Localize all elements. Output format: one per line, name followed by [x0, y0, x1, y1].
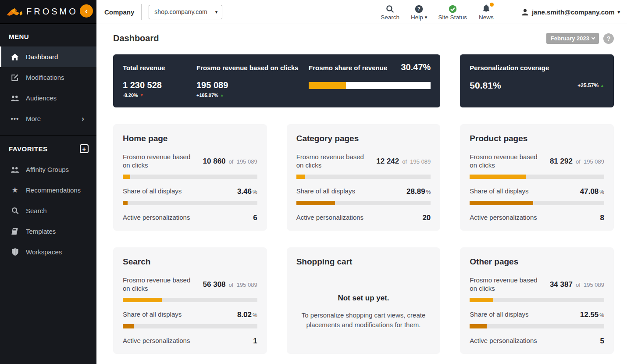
bell-icon	[482, 4, 491, 13]
share-bar	[296, 201, 431, 205]
revenue-bar-fill	[470, 298, 493, 302]
revenue-value: 10 860	[203, 157, 226, 166]
sidebar-item-label: Affinity Groups	[26, 166, 69, 173]
chevron-right-icon: ›	[82, 114, 84, 123]
sidebar-item-modifications[interactable]: Modifications	[0, 67, 96, 88]
frosmo-revenue-value: 195 089	[196, 80, 309, 90]
coverage-label: Personalization coverage	[470, 64, 604, 71]
page-type-card-search: Search Frosmo revenue based on clicks 56…	[113, 247, 267, 354]
topbar-news-button[interactable]: News	[477, 4, 496, 21]
active-metric-label: Active personalizations	[470, 214, 545, 222]
sidebar-item-templates[interactable]: Templates	[0, 221, 96, 242]
active-metric-label: Active personalizations	[123, 337, 198, 345]
revenue-bar-fill	[470, 175, 526, 179]
coverage-change: +25.57%	[577, 82, 598, 89]
share-value: 8.02	[237, 310, 252, 319]
sidebar-item-label: Dashboard	[26, 53, 58, 61]
coverage-value: 50.81%	[470, 80, 501, 91]
share-value: 28.89	[406, 187, 425, 196]
share-value: 47.08	[580, 187, 599, 196]
check-circle-icon	[449, 4, 457, 13]
personalization-coverage-card: Personalization coverage 50.81% +25.57% …	[460, 54, 614, 107]
caret-down-icon: ▾	[617, 9, 620, 15]
revenue-metric-label: Frosmo revenue based on clicks	[470, 276, 545, 293]
sidebar-collapse-button[interactable]: ‹	[80, 4, 93, 18]
revenue-value: 81 292	[550, 157, 573, 166]
sidebar-item-dashboard[interactable]: Dashboard	[0, 46, 96, 67]
active-value: 6	[253, 214, 257, 222]
revenue-summary-card: Total revenue 1 230 528 -8.20% ▼ Frosmo …	[113, 54, 440, 107]
revenue-total: 195 089	[237, 158, 257, 165]
share-of-revenue-bar	[309, 82, 431, 89]
divider	[508, 4, 508, 20]
revenue-bar	[470, 298, 604, 302]
topbar-help-menu[interactable]: ? Help ▾	[410, 4, 429, 21]
menu-section-header: MENU	[0, 24, 96, 46]
active-value: 5	[600, 337, 604, 346]
favorites-header-label: FAVORITES	[9, 145, 47, 153]
revenue-value: 56 308	[203, 280, 226, 289]
share-bar	[123, 324, 257, 328]
share-bar	[123, 201, 257, 205]
sidebar-item-affinity-groups[interactable]: Affinity Groups	[0, 159, 96, 180]
company-label: Company	[104, 8, 134, 16]
news-badge-dot	[490, 3, 494, 7]
revenue-total: 195 089	[237, 282, 257, 288]
home-icon	[11, 53, 19, 61]
page-title: Dashboard	[113, 33, 159, 43]
site-selector-dropdown[interactable]: shop.company.com ▾	[149, 5, 222, 19]
sidebar-item-search[interactable]: Search	[0, 200, 96, 221]
favorites-section-header: FAVORITES +	[0, 136, 96, 159]
nav-label: Help	[411, 14, 423, 21]
sidebar-item-label: Search	[26, 207, 47, 214]
nav-label: News	[479, 14, 494, 21]
sidebar-item-recommendations[interactable]: ★ Recommendations	[0, 180, 96, 200]
user-menu[interactable]: jane.smith@company.com ▾	[521, 8, 620, 16]
favorites-section: FAVORITES + Affinity Groups ★ Recommenda…	[0, 135, 96, 262]
sidebar-item-workspaces[interactable]: Workspaces	[0, 242, 96, 262]
edit-icon	[11, 74, 19, 82]
topbar-search-button[interactable]: Search	[381, 4, 400, 21]
total-revenue-label: Total revenue	[123, 64, 196, 71]
period-selector-button[interactable]: February 2023	[546, 33, 599, 44]
share-metric-label: Share of all displays	[123, 310, 198, 319]
topbar: Company shop.company.com ▾ Search	[96, 0, 627, 24]
total-revenue-value: 1 230 528	[123, 80, 196, 90]
divider	[141, 4, 142, 20]
sidebar-item-audiences[interactable]: Audiences	[0, 88, 96, 108]
share-metric-label: Share of all displays	[296, 187, 372, 196]
share-bar	[470, 201, 604, 205]
share-of-revenue-block: Frosmo share of revenue 30.47%	[309, 64, 431, 98]
card-title: Other pages	[470, 257, 604, 267]
frosmo-revenue-block: Frosmo revenue based on clicks 195 089 +…	[196, 64, 309, 98]
trend-up-icon: ▲	[220, 93, 224, 97]
fox-logo-icon	[6, 7, 23, 17]
dashboard-help-button[interactable]: ?	[603, 33, 614, 44]
shield-icon	[11, 248, 19, 256]
add-favorite-button[interactable]: +	[80, 144, 89, 153]
revenue-value: 12 242	[376, 157, 399, 166]
period-label: February 2023	[551, 35, 589, 42]
page-type-card-shopping-cart: Shopping cart Not set up yet. To persona…	[287, 247, 441, 354]
revenue-bar-fill	[123, 298, 162, 302]
search-icon	[386, 4, 394, 13]
site-selector-value: shop.company.com	[154, 8, 207, 15]
revenue-bar-fill	[296, 175, 305, 179]
total-revenue-block: Total revenue 1 230 528 -8.20% ▼	[123, 64, 196, 98]
share-of-revenue-bar-fill	[309, 82, 346, 89]
sidebar-item-more[interactable]: ••• More ›	[0, 108, 96, 129]
empty-state-text: To personalize shopping cart views, crea…	[299, 310, 428, 330]
total-revenue-change: -8.20%	[123, 93, 138, 98]
caret-down-icon: ▾	[215, 9, 218, 15]
sidebar-item-label: Audiences	[26, 94, 57, 102]
nav-label: Search	[381, 14, 399, 21]
sidebar-item-label: Workspaces	[26, 248, 62, 256]
revenue-total: 195 089	[584, 282, 604, 288]
user-email: jane.smith@company.com	[532, 8, 615, 16]
revenue-metric-label: Frosmo revenue based on clicks	[123, 153, 198, 170]
app-window: FROSMO ‹ MENU Dashboard Modifications	[0, 0, 627, 364]
menu-header-label: MENU	[9, 33, 29, 40]
topbar-site-status[interactable]: Site Status	[438, 4, 467, 21]
page-type-card-home: Home page Frosmo revenue based on clicks…	[113, 124, 267, 231]
nav-label: Site Status	[438, 14, 467, 21]
